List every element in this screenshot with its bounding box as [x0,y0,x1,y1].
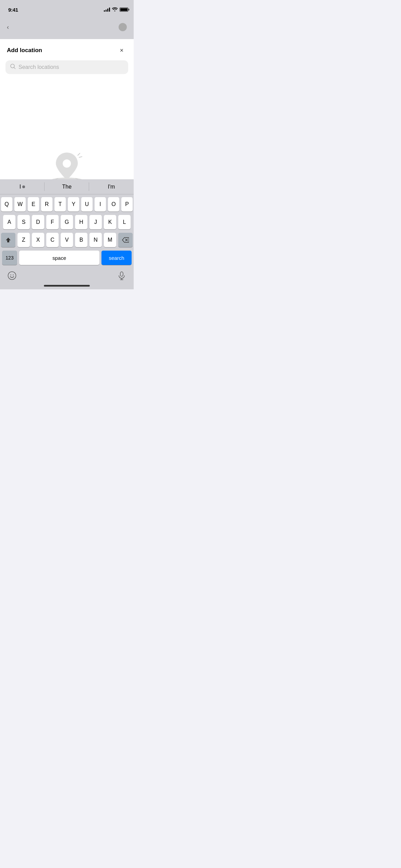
predictive-item-2[interactable]: The [45,179,89,194]
battery-icon [120,8,128,12]
key-y[interactable]: Y [68,197,79,212]
key-w[interactable]: W [14,197,26,212]
search-glass-icon [10,64,16,71]
modal-title: Add location [7,47,42,54]
key-n[interactable]: N [89,233,102,247]
key-t[interactable]: T [54,197,66,212]
key-r[interactable]: R [41,197,52,212]
key-row-3: Z X C V B N M [1,233,133,247]
home-bar [44,285,90,287]
search-input-wrapper[interactable] [5,60,128,74]
predictive-bar: I The I'm [0,179,134,194]
svg-point-12 [13,275,13,275]
key-k[interactable]: K [104,215,116,229]
emoji-icon[interactable] [7,270,17,281]
key-p[interactable]: P [121,197,133,212]
cursor-dot [22,185,25,188]
search-container [0,60,134,80]
predictive-item-3[interactable]: I'm [89,179,134,194]
svg-rect-13 [120,272,123,276]
svg-point-5 [63,159,71,168]
key-c[interactable]: C [46,233,59,247]
modal-header: Add location × [0,39,134,60]
key-g[interactable]: G [61,215,73,229]
home-indicator [0,284,134,289]
keyboard-bottom [0,268,134,284]
keyboard: Q W E R T Y U I O P A S D F G H J K L [0,194,134,268]
key-x[interactable]: X [32,233,44,247]
shift-key[interactable] [1,233,15,247]
delete-key[interactable] [118,233,133,247]
key-j[interactable]: J [89,215,102,229]
svg-point-11 [10,275,11,275]
key-i[interactable]: I [95,197,106,212]
key-h[interactable]: H [75,215,87,229]
key-row-2: A S D F G H J K L [1,215,133,229]
svg-line-6 [78,153,80,155]
status-bar: 9:41 [0,0,134,15]
key-s[interactable]: S [17,215,30,229]
key-z[interactable]: Z [17,233,30,247]
back-arrow-icon: ‹ [7,24,9,31]
key-l[interactable]: L [118,215,131,229]
wifi-icon [112,7,118,12]
key-u[interactable]: U [81,197,93,212]
key-f[interactable]: F [46,215,59,229]
svg-line-7 [79,157,82,157]
key-row-4: 123 space search [1,251,133,265]
key-b[interactable]: B [75,233,87,247]
background-icon [119,23,127,31]
search-key[interactable]: search [101,251,132,265]
background-content: ‹ [0,15,134,39]
svg-line-1 [14,68,15,69]
predictive-item-1[interactable]: I [0,179,45,194]
search-input[interactable] [19,64,123,70]
key-m[interactable]: M [104,233,116,247]
microphone-icon[interactable] [117,270,127,281]
key-a[interactable]: A [3,215,15,229]
key-v[interactable]: V [61,233,73,247]
signal-icon [104,8,110,12]
numbers-key[interactable]: 123 [2,251,17,265]
space-key[interactable]: space [19,251,99,265]
key-o[interactable]: O [108,197,119,212]
close-button[interactable]: × [117,45,127,56]
key-row-1: Q W E R T Y U I O P [1,197,133,212]
key-q[interactable]: Q [1,197,12,212]
status-time: 9:41 [8,7,18,13]
svg-point-10 [8,272,16,280]
status-icons [104,7,128,12]
keyboard-area: I The I'm Q W E R T Y U I O P A S D [0,179,134,289]
key-d[interactable]: D [32,215,44,229]
key-e[interactable]: E [28,197,39,212]
